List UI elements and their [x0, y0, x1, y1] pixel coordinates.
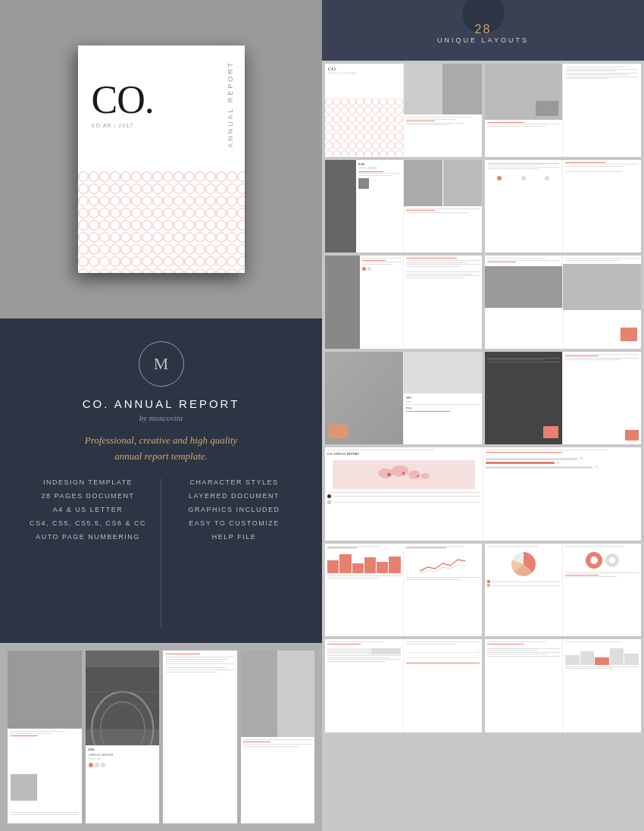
feature-customize: EASY TO CUSTOMIZE [169, 519, 299, 527]
thumb-page [485, 256, 564, 349]
logo-m: M [154, 354, 169, 374]
svg-rect-9 [325, 97, 403, 155]
book-cover-annual-report: ANNUAL REPORT [227, 61, 234, 148]
book-cover: ANNUAL REPORT CO. CO.AR / 2017 [78, 45, 245, 273]
hexagon-pattern-svg [78, 171, 245, 273]
layout-thumb-2 [485, 64, 642, 157]
feature-pages: 28 PAGES DOCUMENT [23, 492, 153, 500]
spread-page-3 [163, 651, 237, 823]
svg-rect-11 [404, 353, 482, 391]
features-col-right: CHARACTER STYLES LAYERED DOCUMENT GRAPHI… [161, 478, 299, 628]
feature-layered: LAYERED DOCUMENT [169, 492, 299, 500]
thumb-page [563, 64, 641, 157]
feature-size: A4 & US LETTER [23, 506, 153, 513]
spread-section: CO. ANNUAL REPORT CO.AR / 2017 [0, 643, 322, 831]
thumb-page: CO. ANNUAL REPORT [325, 64, 404, 157]
svg-point-17 [388, 472, 392, 476]
layout-thumb-1: CO. ANNUAL REPORT [325, 64, 482, 157]
svg-point-14 [392, 465, 409, 476]
layout-thumb-9: CO. ANNUAL REPORT [325, 447, 641, 541]
layout-thumb-6 [485, 256, 642, 349]
svg-rect-2 [86, 667, 160, 729]
thumb-page [485, 160, 564, 253]
svg-point-19 [417, 475, 420, 477]
book-cover-top: ANNUAL REPORT CO. CO.AR / 2017 [78, 45, 245, 171]
right-panel: 28 UNIQUE LAYOUTS CO. ANNUAL REPORT [322, 0, 644, 831]
thumb-page [485, 544, 564, 637]
thumb-page [404, 256, 482, 349]
logo-circle: M [139, 341, 184, 387]
feature-help: HELP FILE [169, 533, 299, 541]
feature-graphics: GRAPHICS INCLUDED [169, 506, 299, 513]
thumb-page [325, 256, 404, 349]
layouts-number: 28 [475, 23, 492, 36]
info-title: CO. ANNUAL REPORT [83, 397, 240, 410]
feature-cs: CS4, CS5, CS5.5, CS6 & CC [23, 519, 153, 527]
layout-thumb-11 [485, 544, 642, 637]
spread-page-4 [241, 651, 315, 823]
layout-thumb-5 [325, 256, 482, 349]
book-cover-year: CO.AR / 2017 [92, 123, 231, 128]
info-section: M CO. ANNUAL REPORT by moscovita Profess… [0, 318, 322, 643]
svg-point-16 [421, 473, 430, 479]
spread-page-1 [8, 651, 82, 823]
thumb-page [485, 639, 564, 732]
thumb-page [563, 160, 641, 253]
feature-indesign: INDESIGN TEMPLATE [23, 478, 153, 486]
feature-page-num: AUTO PAGE NUMBERING [23, 533, 153, 541]
layouts-label: UNIQUE LAYOUTS [437, 36, 529, 44]
thumb-page [563, 256, 641, 349]
thumb-page [325, 544, 404, 637]
layout-thumb-7: 30% Label 75% [325, 352, 482, 445]
layout-thumb-10 [325, 544, 482, 637]
book-cover-co: CO. [92, 80, 231, 120]
thumb-page [325, 639, 404, 732]
thumb-page [404, 64, 482, 157]
book-cover-pattern [78, 171, 245, 273]
thumb-page [325, 352, 404, 445]
thumb-page [485, 64, 564, 157]
layout-thumb-4 [485, 160, 642, 253]
spread-page-2: CO. ANNUAL REPORT CO.AR / 2017 [86, 651, 160, 823]
cover-section: ANNUAL REPORT CO. CO.AR / 2017 [0, 0, 322, 318]
svg-point-15 [409, 470, 420, 478]
layout-thumb-12: — — — — [325, 639, 482, 732]
info-features: INDESIGN TEMPLATE 28 PAGES DOCUMENT A4 &… [23, 478, 299, 628]
layout-thumb-8 [485, 352, 642, 445]
thumb-page [404, 544, 482, 637]
thumb-page [485, 352, 564, 445]
info-by-line: by moscovita [139, 413, 183, 422]
layout-thumb-3: CO. ANNUAL REPORT [325, 160, 482, 253]
svg-rect-1 [78, 171, 245, 273]
layouts-header: 28 UNIQUE LAYOUTS [322, 0, 644, 61]
svg-point-13 [379, 468, 393, 478]
thumb-page [563, 639, 641, 732]
thumb-page: 20% 35% 15% [483, 447, 641, 541]
feature-char-styles: CHARACTER STYLES [169, 478, 299, 486]
svg-point-18 [402, 472, 405, 475]
thumb-page [563, 544, 641, 637]
thumb-page: CO. ANNUAL REPORT [325, 447, 483, 541]
thumb-page: 30% Label 75% [404, 352, 482, 445]
layout-thumb-13 [485, 639, 642, 732]
thumb-page [404, 160, 482, 253]
thumb-page [563, 352, 641, 445]
left-panel: ANNUAL REPORT CO. CO.AR / 2017 [0, 0, 322, 831]
thumb-page: — — — — [404, 639, 482, 732]
thumb-page: CO. ANNUAL REPORT [325, 160, 404, 253]
info-tagline: Professional, creative and high quality … [85, 433, 238, 465]
features-col-left: INDESIGN TEMPLATE 28 PAGES DOCUMENT A4 &… [23, 478, 161, 628]
layouts-grid: CO. ANNUAL REPORT [322, 61, 644, 831]
